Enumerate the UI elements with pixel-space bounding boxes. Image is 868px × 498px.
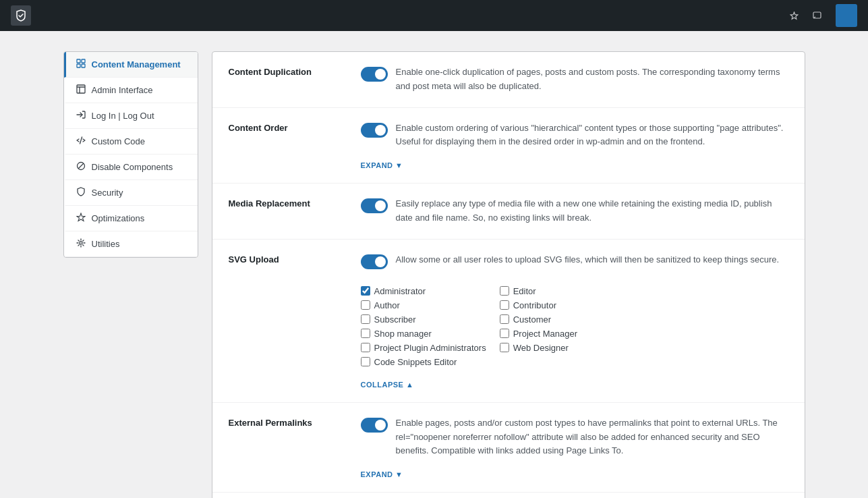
feedback-link[interactable] — [813, 11, 825, 20]
setting-content-content-order: Enable custom ordering of various "hiera… — [361, 121, 788, 170]
admin-interface-icon — [76, 84, 86, 96]
setting-row-media-replacement: Media ReplacementEasily replace any type… — [212, 184, 805, 240]
setting-label-svg-upload: SVG Upload — [229, 253, 350, 265]
checkbox-shop-manager[interactable]: Shop manager — [361, 329, 486, 339]
content-wrapper: Content ManagementAdmin InterfaceLog In … — [63, 51, 805, 498]
custom-code-icon — [76, 136, 86, 147]
review-link[interactable] — [790, 11, 802, 20]
setting-description-svg-upload: Allow some or all user roles to upload S… — [396, 253, 780, 267]
svg-rect-1 — [77, 59, 80, 63]
toggle-content-duplication[interactable] — [361, 67, 388, 82]
content-management-icon — [76, 59, 86, 70]
sidebar: Content ManagementAdmin InterfaceLog In … — [63, 51, 198, 258]
sidebar-item-log-in-log-out[interactable]: Log In | Log Out — [64, 103, 198, 129]
disable-components-icon — [76, 161, 86, 173]
setting-row-external-permalinks: External PermalinksEnable pages, posts a… — [212, 403, 805, 493]
svg-rect-3 — [77, 64, 80, 67]
sidebar-item-security[interactable]: Security — [64, 180, 198, 206]
checkbox-project-manager[interactable]: Project Manager — [500, 329, 625, 339]
security-icon — [76, 187, 86, 198]
checkbox-web-designer[interactable]: Web Designer — [500, 343, 625, 353]
checkbox-customer[interactable]: Customer — [500, 314, 625, 325]
topbar — [0, 0, 868, 31]
svg-line-9 — [80, 137, 82, 144]
sidebar-item-admin-interface[interactable]: Admin Interface — [64, 78, 198, 103]
setting-description-external-permalinks: Enable pages, posts and/or custom post t… — [396, 416, 788, 458]
setting-label-content-duplication: Content Duplication — [229, 65, 350, 77]
svg-line-11 — [78, 163, 84, 169]
setting-description-media-replacement: Easily replace any type of media file wi… — [396, 197, 788, 225]
page-wrapper: Content ManagementAdmin InterfaceLog In … — [0, 31, 868, 498]
collapse-link-svg-upload[interactable]: COLLAPSE ▲ — [361, 381, 414, 389]
disable-components-label: Disable Components — [92, 162, 173, 172]
sidebar-item-utilities[interactable]: Utilities — [64, 231, 198, 257]
message-icon — [813, 11, 821, 20]
svg-rect-4 — [82, 64, 85, 67]
setting-label-media-replacement: Media Replacement — [229, 197, 350, 209]
svg-point-12 — [80, 242, 82, 244]
optimizations-icon — [76, 213, 86, 224]
topbar-left — [11, 5, 38, 26]
checkbox-subscriber[interactable]: Subscriber — [361, 314, 486, 325]
security-label: Security — [92, 188, 123, 198]
toggle-external-permalinks[interactable] — [361, 418, 388, 433]
save-changes-button[interactable] — [836, 4, 857, 27]
custom-code-label: Custom Code — [92, 136, 145, 146]
checkbox-editor[interactable]: Editor — [500, 286, 625, 296]
checkbox-author[interactable]: Author — [361, 300, 486, 310]
log-in-log-out-label: Log In | Log Out — [92, 111, 154, 121]
expand-link-content-order[interactable]: EXPAND ▼ — [361, 161, 403, 169]
setting-content-media-replacement: Easily replace any type of media file wi… — [361, 197, 788, 225]
svg-rect-5 — [77, 85, 85, 93]
log-in-log-out-icon — [76, 110, 86, 121]
optimizations-label: Optimizations — [92, 213, 145, 223]
admin-interface-label: Admin Interface — [92, 85, 153, 95]
sidebar-item-optimizations[interactable]: Optimizations — [64, 206, 198, 231]
checkbox-administrator[interactable]: Administrator — [361, 286, 486, 296]
sidebar-item-custom-code[interactable]: Custom Code — [64, 129, 198, 155]
setting-content-svg-upload: Allow some or all user roles to upload S… — [361, 253, 788, 389]
setting-content-external-permalinks: Enable pages, posts and/or custom post t… — [361, 416, 788, 478]
toggle-content-order[interactable] — [361, 123, 388, 138]
setting-description-content-duplication: Enable one-click duplication of pages, p… — [396, 65, 788, 94]
setting-label-content-order: Content Order — [229, 121, 350, 133]
checkbox-contributor[interactable]: Contributor — [500, 300, 625, 310]
content-management-label: Content Management — [92, 59, 181, 70]
utilities-icon — [76, 238, 86, 250]
app-logo — [11, 5, 31, 26]
setting-content-content-duplication: Enable one-click duplication of pages, p… — [361, 65, 788, 94]
expand-link-external-permalinks[interactable]: EXPAND ▼ — [361, 470, 403, 478]
star-icon — [790, 11, 799, 20]
setting-row-content-order: Content OrderEnable custom ordering of v… — [212, 108, 805, 184]
sidebar-item-content-management[interactable]: Content Management — [64, 52, 198, 78]
checkboxes-grid-svg-upload: AdministratorEditorAuthorContributorSubs… — [361, 286, 625, 367]
setting-row-svg-upload: SVG UploadAllow some or all user roles t… — [212, 240, 805, 403]
setting-label-external-permalinks: External Permalinks — [229, 416, 350, 428]
toggle-media-replacement[interactable] — [361, 198, 388, 213]
checkbox-code-snippets-editor[interactable]: Code Snippets Editor — [361, 357, 486, 367]
sidebar-item-disable-components[interactable]: Disable Components — [64, 155, 198, 180]
toggle-svg-upload[interactable] — [361, 254, 388, 269]
setting-row-open-all-external-links: Open All External Links in New TabForce … — [212, 493, 805, 498]
topbar-right — [790, 4, 857, 27]
main-content: Content DuplicationEnable one-click dupl… — [212, 51, 805, 498]
checkbox-project-plugin-administrators[interactable]: Project Plugin Administrators — [361, 343, 486, 353]
svg-rect-2 — [82, 59, 85, 63]
setting-description-content-order: Enable custom ordering of various "hiera… — [396, 121, 788, 150]
utilities-label: Utilities — [92, 239, 120, 249]
setting-row-content-duplication: Content DuplicationEnable one-click dupl… — [212, 52, 805, 108]
